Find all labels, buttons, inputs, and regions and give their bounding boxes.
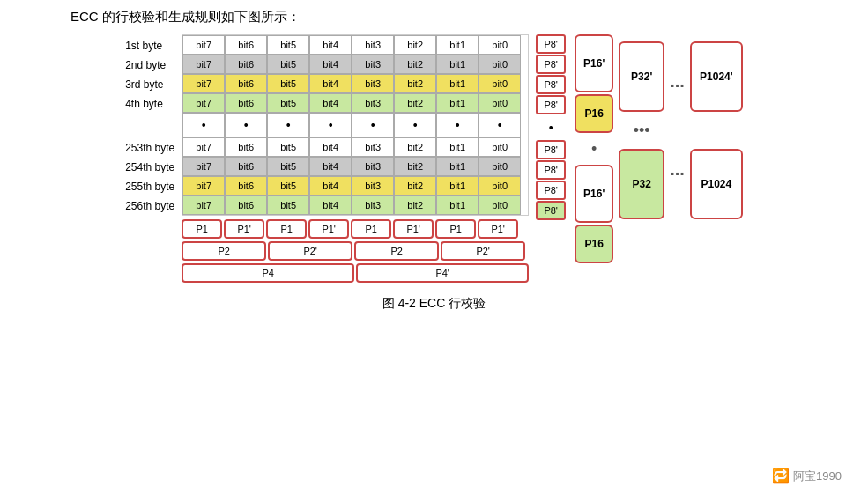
p1-cell-3: P1 bbox=[266, 219, 307, 239]
cell-r254-bit4: bit4 bbox=[309, 157, 352, 176]
cell-r1-bit7: bit7 bbox=[182, 35, 225, 55]
cell-r254-bit1: bit1 bbox=[436, 157, 479, 176]
label-2nd: 2nd byte bbox=[125, 55, 174, 75]
cell-r2-bit5: bit5 bbox=[267, 55, 309, 74]
cell-r255-bit3: bit3 bbox=[352, 176, 394, 196]
p1-cell-5: P1 bbox=[351, 219, 391, 239]
cell-r1-bit2: bit2 bbox=[394, 35, 436, 55]
p1-cell-1: P1 bbox=[182, 219, 222, 239]
watermark-icon: 🔁 bbox=[772, 468, 790, 483]
cell-r253-bit3: bit3 bbox=[352, 137, 394, 157]
cell-r254-bit7: bit7 bbox=[182, 157, 225, 176]
cell-r4-bit0: bit0 bbox=[479, 93, 521, 113]
cell-r256-bit3: bit3 bbox=[352, 196, 394, 215]
label-1st: 1st byte bbox=[125, 36, 174, 55]
p1-cell-4: P1' bbox=[308, 219, 349, 239]
cell-r2-bit7: bit7 bbox=[182, 55, 225, 74]
cell-r253-bit0: bit0 bbox=[479, 137, 521, 157]
cell-r3-bit2: bit2 bbox=[394, 74, 436, 93]
p8-row2: P8' bbox=[536, 55, 566, 74]
cell-r254-bit2: bit2 bbox=[394, 157, 436, 176]
p1024-section: P1024' P1024 bbox=[690, 41, 743, 219]
p2-cell-2: P2' bbox=[268, 241, 352, 261]
cell-r3-bit1: bit1 bbox=[436, 74, 479, 93]
dot-7: • bbox=[182, 113, 225, 137]
p16-section: P16' P16 • P16' P16 bbox=[575, 34, 613, 263]
cell-r256-bit0: bit0 bbox=[479, 196, 521, 215]
dot-6: • bbox=[225, 113, 267, 137]
cell-r4-bit2: bit2 bbox=[394, 93, 436, 113]
cell-r3-bit4: bit4 bbox=[309, 74, 352, 93]
cell-r255-bit1: bit1 bbox=[436, 176, 479, 196]
p1-row: P1 P1' P1 P1' P1 P1' P1 P1' bbox=[182, 219, 529, 239]
p8-row4: P8' bbox=[536, 95, 566, 114]
label-256: 256th byte bbox=[125, 196, 174, 216]
grid-row-3: bit7 bit6 bit5 bit4 bit3 bit2 bit1 bit0 bbox=[182, 74, 528, 93]
p32-section: P32' ••• P32 bbox=[619, 41, 664, 219]
cell-r255-bit6: bit6 bbox=[225, 176, 267, 196]
cell-r3-bit3: bit3 bbox=[352, 74, 394, 93]
p1024-bot: P1024 bbox=[690, 149, 743, 219]
p1024-top: P1024' bbox=[690, 41, 743, 112]
cell-r3-bit5: bit5 bbox=[267, 74, 309, 93]
cell-r2-bit4: bit4 bbox=[309, 55, 352, 74]
cell-r255-bit5: bit5 bbox=[267, 176, 309, 196]
cell-r253-bit5: bit5 bbox=[267, 137, 309, 157]
p2-cell-4: P2' bbox=[441, 241, 525, 261]
cell-r3-bit0: bit0 bbox=[479, 74, 521, 93]
cell-r3-bit7: bit7 bbox=[182, 74, 225, 93]
bottom-parity: P1 P1' P1 P1' P1 P1' P1 P1' P2 P2' P2 P2… bbox=[182, 219, 529, 285]
p1-cell-8: P1' bbox=[478, 219, 518, 239]
cell-r4-bit6: bit6 bbox=[225, 93, 267, 113]
p4-cell-1: P4 bbox=[182, 263, 354, 283]
p8-row256: P8' bbox=[536, 201, 566, 220]
caption: 图 4-2 ECC 行校验 bbox=[18, 296, 850, 312]
cell-r256-bit1: bit1 bbox=[436, 196, 479, 215]
cell-r4-bit5: bit5 bbox=[267, 93, 309, 113]
cell-r254-bit3: bit3 bbox=[352, 157, 394, 176]
label-255: 255th byte bbox=[125, 177, 174, 196]
dot-2: • bbox=[394, 113, 436, 137]
row-labels: 1st byte 2nd byte 3rd byte 4th byte 253t… bbox=[125, 34, 174, 216]
p16-top-prime: P16' bbox=[575, 34, 613, 92]
cell-r2-bit2: bit2 bbox=[394, 55, 436, 74]
p8-row1: P8' bbox=[536, 34, 566, 54]
cell-r1-bit1: bit1 bbox=[436, 35, 479, 55]
label-254: 254th byte bbox=[125, 158, 174, 177]
cell-r253-bit2: bit2 bbox=[394, 137, 436, 157]
cell-r2-bit3: bit3 bbox=[352, 55, 394, 74]
cell-r256-bit2: bit2 bbox=[394, 196, 436, 215]
grid-row-255: bit7 bit6 bit5 bit4 bit3 bit2 bit1 bit0 bbox=[182, 176, 528, 196]
cell-r4-bit4: bit4 bbox=[309, 93, 352, 113]
grid-dots-row: • • • • • • • • bbox=[182, 113, 528, 137]
p1-cell-6: P1' bbox=[393, 219, 434, 239]
ellipsis-bot: ··· bbox=[670, 164, 685, 184]
cell-r253-bit6: bit6 bbox=[225, 137, 267, 157]
dot-3: • bbox=[352, 113, 394, 137]
cell-r254-bit6: bit6 bbox=[225, 157, 267, 176]
p32-bot: P32 bbox=[619, 149, 664, 219]
label-3rd: 3rd byte bbox=[125, 75, 174, 94]
cell-r2-bit0: bit0 bbox=[479, 55, 521, 74]
dot-5: • bbox=[267, 113, 309, 137]
cell-r253-bit4: bit4 bbox=[309, 137, 352, 157]
cell-r1-bit4: bit4 bbox=[309, 35, 352, 55]
cell-r255-bit7: bit7 bbox=[182, 176, 225, 196]
main-grid-section: bit7 bit6 bit5 bit4 bit3 bit2 bit1 bit0 … bbox=[182, 34, 529, 285]
title: ECC 的行校验和生成规则如下图所示： bbox=[70, 9, 300, 26]
cell-r2-bit1: bit1 bbox=[436, 55, 479, 74]
p8-dots: • bbox=[536, 115, 566, 140]
p32-mid-dots: ••• bbox=[634, 115, 650, 145]
bit-grid: bit7 bit6 bit5 bit4 bit3 bit2 bit1 bit0 … bbox=[182, 34, 529, 216]
p8-row255: P8' bbox=[536, 181, 566, 200]
p16-bot-prime: P16' bbox=[575, 165, 613, 223]
cell-r4-bit1: bit1 bbox=[436, 93, 479, 113]
cell-r2-bit6: bit6 bbox=[225, 55, 267, 74]
p2-cell-3: P2 bbox=[354, 241, 439, 261]
p8-row3: P8' bbox=[536, 75, 566, 94]
label-dots bbox=[125, 114, 174, 138]
p8-row253: P8' bbox=[536, 140, 566, 159]
cell-r255-bit2: bit2 bbox=[394, 176, 436, 196]
grid-row-256: bit7 bit6 bit5 bit4 bit3 bit2 bit1 bit0 bbox=[182, 196, 528, 215]
grid-row-1: bit7 bit6 bit5 bit4 bit3 bit2 bit1 bit0 bbox=[182, 35, 528, 55]
